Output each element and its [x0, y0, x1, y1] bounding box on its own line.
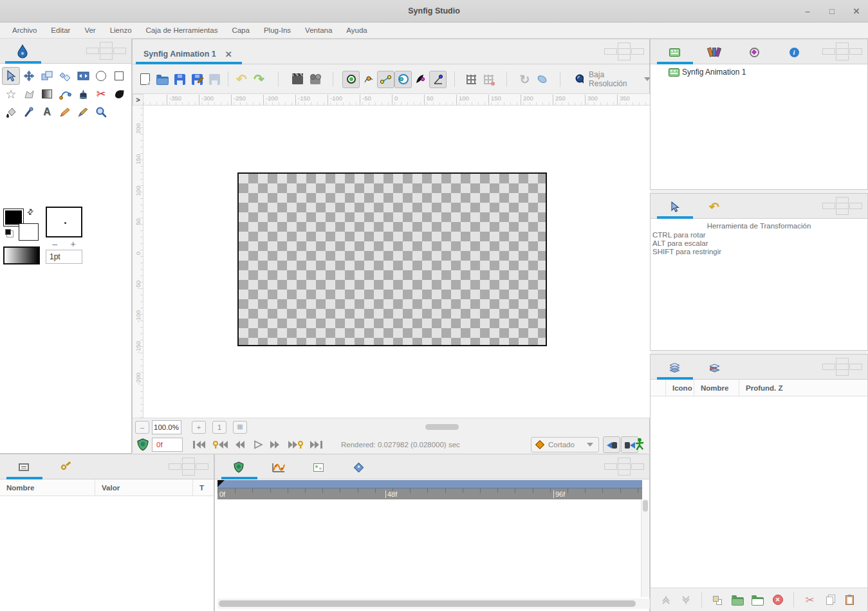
cutout-tool-button[interactable]: ✂: [92, 85, 110, 103]
transform-tool-button[interactable]: [2, 67, 20, 85]
tab-timetrack[interactable]: [230, 459, 247, 476]
lower-layer-button[interactable]: [677, 591, 694, 609]
toggle-radius-ducks-button[interactable]: [394, 71, 412, 88]
toggle-angle-ducks-button[interactable]: [429, 71, 447, 88]
rectangle-tool-button[interactable]: [110, 67, 128, 85]
canvas-dock-grip[interactable]: [604, 42, 644, 61]
tab-info[interactable]: i: [786, 44, 802, 60]
tab-library[interactable]: [350, 459, 367, 476]
play-button[interactable]: [252, 440, 264, 449]
group-layer-button[interactable]: [729, 591, 746, 609]
h-scroll-thumb[interactable]: [219, 600, 636, 607]
seek-prev-keyframe-button[interactable]: [212, 440, 229, 449]
prev-frame-button[interactable]: [234, 440, 247, 449]
menu-plugins[interactable]: Plug-Ins: [257, 24, 298, 36]
polygon-tool-button[interactable]: [20, 85, 38, 103]
tab-keyframes[interactable]: [55, 459, 72, 476]
menu-capa[interactable]: Capa: [225, 24, 257, 36]
layers-dock-grip[interactable]: [822, 358, 862, 376]
minimize-button[interactable]: –: [802, 6, 813, 16]
toggle-vertex-ducks-button[interactable]: [360, 71, 377, 88]
delete-layer-button[interactable]: ✕: [769, 591, 786, 609]
smooth-move-tool-button[interactable]: [20, 67, 38, 85]
new-document-button[interactable]: [136, 71, 154, 88]
tab-canvases[interactable]: [666, 44, 683, 60]
reset-colors-icon[interactable]: [5, 229, 11, 235]
zoom-out-button[interactable]: –: [135, 421, 149, 434]
scale-tool-button[interactable]: [56, 67, 74, 85]
lock-past-keyframe-button[interactable]: [603, 436, 620, 453]
layers-col-nombre[interactable]: Nombre: [694, 380, 739, 396]
draw-tool-button[interactable]: [74, 85, 92, 103]
gradient-tool-button[interactable]: [38, 85, 56, 103]
params-dock-grip[interactable]: [169, 458, 208, 476]
fill-color-swatch[interactable]: [19, 224, 38, 240]
params-col-tipo[interactable]: T: [193, 479, 214, 496]
toggle-tangent-ducks-button[interactable]: [377, 71, 394, 88]
width-tool-button[interactable]: [74, 67, 92, 85]
toolbox-tab[interactable]: [14, 43, 31, 60]
maximize-button[interactable]: □: [827, 6, 837, 16]
layers-col-profund[interactable]: Profund. Z: [739, 380, 867, 396]
text-tool-button[interactable]: A: [38, 103, 56, 121]
menu-editar[interactable]: Editar: [44, 24, 77, 36]
line-width-field[interactable]: [46, 250, 82, 264]
timetrack-h-scrollbar[interactable]: [217, 598, 650, 609]
resolution-dropdown[interactable]: Baja Resolución: [569, 68, 656, 90]
cut-button[interactable]: ✂: [801, 591, 818, 609]
params-col-valor[interactable]: Valor: [95, 479, 193, 496]
close-button[interactable]: ✕: [851, 6, 862, 16]
circle-tool-button[interactable]: [92, 67, 110, 85]
canvas-work-area[interactable]: [237, 172, 547, 346]
current-time-field[interactable]: [152, 438, 183, 452]
next-frame-button[interactable]: [269, 440, 282, 449]
pencil-tool-button[interactable]: [56, 103, 74, 121]
menu-ventana[interactable]: Ventana: [298, 24, 339, 36]
tool-options-dock-grip[interactable]: [822, 197, 862, 216]
preview-button[interactable]: [306, 71, 324, 88]
zoom-level-field[interactable]: [152, 420, 181, 434]
canvas-viewport[interactable]: [143, 106, 651, 418]
open-document-button[interactable]: [154, 71, 171, 88]
refresh-button[interactable]: ↻: [516, 71, 533, 88]
menu-ayuda[interactable]: Ayuda: [339, 24, 374, 36]
group-switch-button[interactable]: [749, 591, 766, 609]
toolbox-dock-grip[interactable]: [86, 42, 126, 60]
brush-size-increase-button[interactable]: +: [71, 239, 76, 249]
tab-navigator[interactable]: [746, 44, 762, 60]
tab-tool-options[interactable]: [666, 198, 683, 215]
canvas-tree-item[interactable]: Synfig Animation 1: [669, 68, 746, 77]
save-button[interactable]: [171, 71, 189, 88]
save-all-button[interactable]: [206, 71, 223, 88]
time-slider-bar[interactable]: [217, 480, 642, 488]
tab-keyframes2[interactable]: [310, 459, 327, 476]
canvas-menu-chevron[interactable]: >: [133, 94, 143, 106]
zoom-in-button[interactable]: +: [192, 421, 206, 434]
feather-tool-button[interactable]: [110, 85, 128, 103]
swap-colors-icon[interactable]: ⇄: [25, 206, 36, 217]
v-scroll-thumb[interactable]: [643, 500, 648, 512]
brush-preview[interactable]: [46, 207, 82, 237]
seek-end-button[interactable]: [309, 440, 324, 449]
toggle-width-ducks-button[interactable]: [412, 71, 429, 88]
tab-sets[interactable]: [706, 359, 723, 376]
canvas-tab-close-icon[interactable]: ✕: [225, 50, 232, 59]
canvases-dock-grip[interactable]: [822, 42, 862, 61]
mirror-tool-button[interactable]: [38, 67, 56, 85]
toggle-grid-button[interactable]: [463, 71, 480, 88]
tab-curves[interactable]: [270, 459, 287, 476]
canvas-h-scrollbar[interactable]: [425, 424, 459, 430]
timetrack-dock-grip[interactable]: [604, 458, 644, 476]
background-rendering-button[interactable]: [533, 71, 551, 88]
menu-ver[interactable]: Ver: [77, 24, 102, 36]
params-col-nombre[interactable]: Nombre: [0, 479, 95, 496]
seek-begin-button[interactable]: [192, 440, 207, 449]
brush-size-decrease-button[interactable]: –: [52, 239, 57, 249]
toggle-position-ducks-button[interactable]: [342, 71, 360, 88]
time-cursor[interactable]: [217, 480, 225, 487]
spline-tool-button[interactable]: [56, 85, 74, 103]
keyframe-lock-dropdown[interactable]: Cortado: [531, 437, 599, 452]
fit-canvas-button[interactable]: ⊞: [233, 421, 247, 434]
snap-grid-button[interactable]: [480, 71, 497, 88]
fill-tool-button[interactable]: [2, 103, 20, 121]
